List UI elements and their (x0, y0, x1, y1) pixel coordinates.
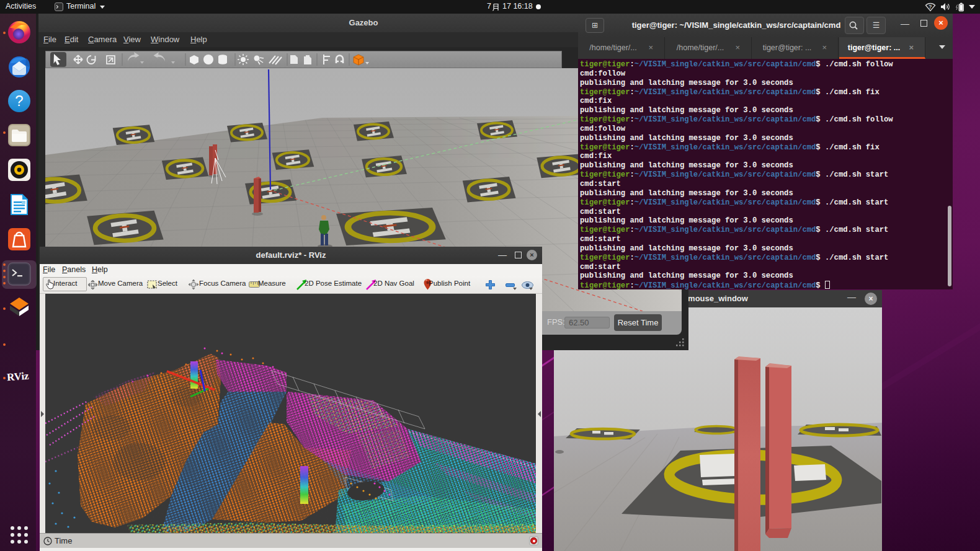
svg-text:?: ? (929, 4, 932, 10)
svg-text:?: ? (15, 92, 23, 109)
